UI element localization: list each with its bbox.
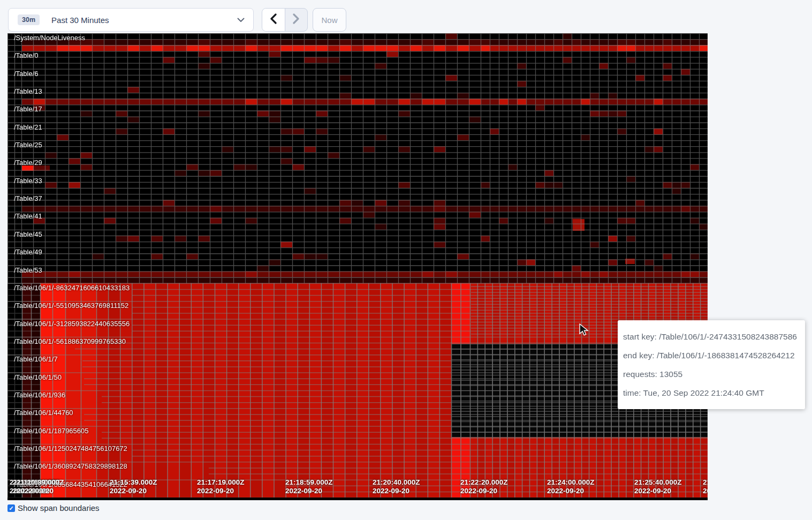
mouse-cursor-icon [579,323,591,338]
keyviz-canvas[interactable] [7,33,708,500]
tooltip-end-key: end key: /Table/106/1/-18683814745282642… [623,346,800,365]
chevron-down-icon [237,18,245,22]
cell-tooltip: start key: /Table/106/1/-247433150824388… [618,320,805,409]
time-nav-group [262,8,308,32]
time-range-label: Past 30 Minutes [51,16,109,25]
time-range-select[interactable]: 30m Past 30 Minutes [8,8,254,32]
chevron-right-icon [293,13,300,26]
tooltip-start-key: start key: /Table/106/1/-247433150824388… [623,327,800,346]
next-time-button[interactable] [285,9,308,31]
prev-time-button[interactable] [262,9,285,31]
tooltip-requests: requests: 13055 [623,365,800,383]
time-range-badge: 30m [18,14,40,26]
span-boundaries-checkbox[interactable]: ✓ [7,504,15,512]
chevron-left-icon [270,13,277,26]
tooltip-time: time: Tue, 20 Sep 2022 21:24:40 GMT [623,383,800,402]
footer-controls: ✓ Show span boundaries [7,503,100,513]
now-button[interactable]: Now [313,8,346,32]
span-boundaries-label: Show span boundaries [18,503,100,513]
